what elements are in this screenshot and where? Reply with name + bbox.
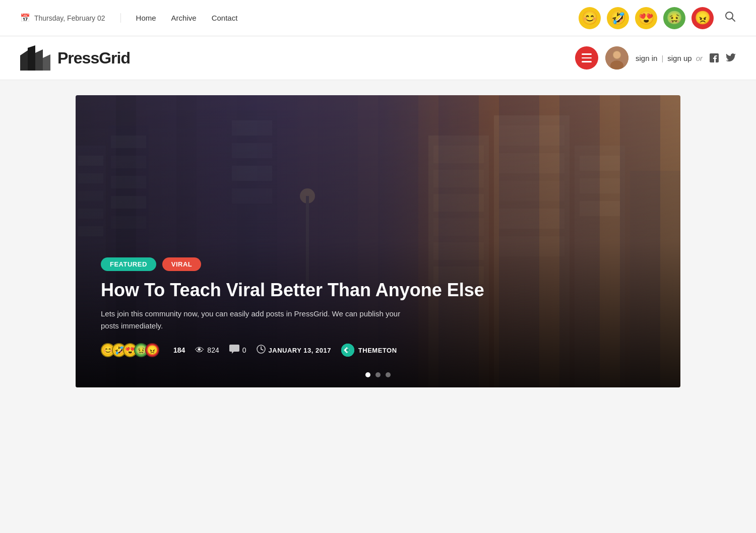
- emoji-love-btn[interactable]: 😍: [635, 7, 657, 29]
- comments-count: 0: [242, 346, 246, 354]
- clock-icon: [257, 345, 266, 356]
- emoji-smile-btn[interactable]: 😊: [579, 7, 601, 29]
- facebook-icon: [710, 53, 719, 62]
- hero-tags: FEATURED VIRAL: [101, 257, 655, 271]
- comments-section: 0: [229, 345, 246, 356]
- search-button[interactable]: [725, 11, 736, 25]
- auth-links: sign in | sign up or: [636, 54, 703, 62]
- logo-icon: [20, 45, 50, 71]
- avatar-image: [605, 46, 628, 70]
- logo-section: PressGrid: [20, 45, 130, 71]
- hamburger-line-2: [582, 57, 592, 59]
- svg-point-9: [613, 51, 620, 58]
- svg-marker-2: [20, 50, 28, 71]
- hero-date: JANUARY 13, 2017: [269, 347, 331, 354]
- hero-slider: FEATURED VIRAL How To Teach Viral Better…: [76, 95, 680, 387]
- svg-point-51: [346, 349, 349, 352]
- tag-viral[interactable]: VIRAL: [162, 257, 202, 271]
- twitter-icon: [726, 53, 736, 62]
- author-name: THEMETON: [358, 347, 397, 354]
- hero-title: How To Teach Viral Better Than Anyone El…: [101, 279, 655, 301]
- sign-up-link[interactable]: sign up: [667, 54, 691, 62]
- emoji-laugh-btn[interactable]: 🤣: [607, 7, 629, 29]
- calendar-icon: 📅: [20, 13, 30, 23]
- emoji-sick-btn[interactable]: 🤢: [663, 7, 685, 29]
- facebook-button[interactable]: [710, 53, 719, 62]
- reaction-emoji-5: 😠: [145, 343, 159, 357]
- hero-content: FEATURED VIRAL How To Teach Viral Better…: [101, 257, 655, 357]
- auth-separator: |: [661, 54, 663, 62]
- author-logo: [341, 344, 354, 357]
- tag-featured[interactable]: FEATURED: [101, 257, 156, 271]
- emoji-angry-btn[interactable]: 😠: [691, 7, 714, 29]
- logo-text: PressGrid: [57, 49, 130, 68]
- sign-in-link[interactable]: sign in: [636, 54, 657, 62]
- nav-contact[interactable]: Contact: [212, 14, 238, 22]
- hero-meta: 😊 🤣 😍 🤢 😠 184 👁 824 0: [101, 343, 655, 357]
- slider-dots: [365, 372, 391, 377]
- clock-svg-icon: [257, 345, 266, 354]
- header-right: sign in | sign up or: [575, 46, 736, 70]
- comments-icon: [229, 345, 239, 356]
- nav-archive[interactable]: Archive: [171, 14, 197, 22]
- date-text: Thursday, February 02: [34, 14, 105, 22]
- main-header: PressGrid sign in | sign up or: [0, 36, 756, 80]
- slider-dot-1[interactable]: [365, 372, 370, 377]
- svg-line-49: [261, 349, 263, 350]
- top-bar-left: 📅 Thursday, February 02 Home Archive Con…: [20, 13, 237, 23]
- date-section: 📅 Thursday, February 02: [20, 13, 121, 23]
- views-count: 824: [207, 346, 219, 354]
- svg-marker-3: [28, 45, 35, 71]
- top-bar: 📅 Thursday, February 02 Home Archive Con…: [0, 0, 756, 36]
- svg-marker-4: [35, 49, 43, 71]
- slider-dot-2[interactable]: [375, 372, 381, 377]
- hamburger-menu-button[interactable]: [575, 46, 598, 70]
- hero-description: Lets join this community now, you can ea…: [101, 308, 403, 332]
- views-icon: 👁: [195, 345, 204, 356]
- hamburger-line-1: [582, 53, 592, 55]
- author-section: THEMETON: [341, 344, 397, 357]
- user-avatar-button[interactable]: [605, 46, 628, 70]
- author-logo-icon: [341, 344, 354, 357]
- slider-dot-3[interactable]: [386, 372, 391, 377]
- svg-marker-5: [43, 54, 50, 71]
- views-section: 👁 824: [195, 345, 219, 356]
- top-nav: Home Archive Contact: [136, 14, 238, 22]
- reaction-count: 184: [173, 346, 185, 354]
- hamburger-line-3: [582, 61, 592, 62]
- comment-bubble-icon: [229, 345, 239, 354]
- or-text: or: [696, 54, 703, 62]
- nav-home[interactable]: Home: [136, 14, 156, 22]
- twitter-button[interactable]: [726, 53, 736, 62]
- search-icon: [725, 11, 736, 22]
- svg-line-1: [732, 18, 735, 21]
- hero-reactions: 😊 🤣 😍 🤢 😠: [101, 343, 159, 357]
- avatar: [605, 46, 628, 70]
- date-section-hero: JANUARY 13, 2017: [257, 345, 331, 356]
- top-bar-right: 😊 🤣 😍 🤢 😠: [579, 7, 736, 29]
